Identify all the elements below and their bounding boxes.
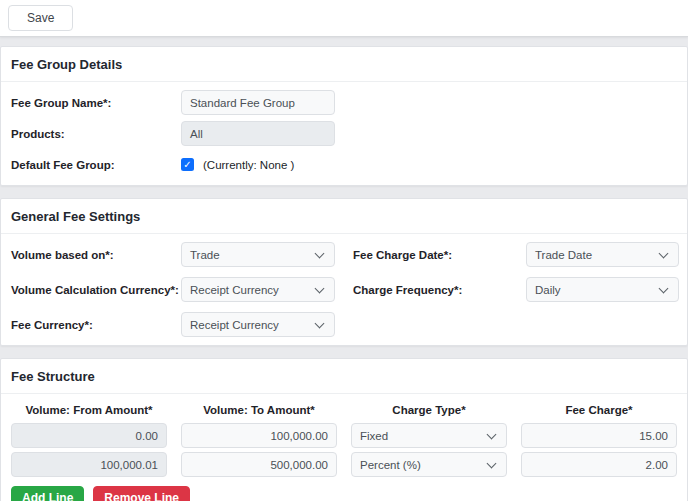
chevron-down-icon	[659, 249, 669, 259]
general-fee-settings-title: General Fee Settings	[1, 199, 687, 234]
charge-type-value-row2: Percent (%)	[360, 459, 421, 471]
from-amount-input-row1: 0.00	[11, 423, 167, 448]
column-header-charge-type: Charge Type*	[351, 402, 507, 419]
chevron-down-icon	[487, 430, 497, 440]
add-line-button[interactable]: Add Line	[11, 486, 84, 501]
charge-frequency-select[interactable]: Daily	[526, 277, 679, 302]
charge-frequency-value: Daily	[535, 284, 561, 296]
default-fee-group-note: (Currently: None )	[203, 159, 294, 171]
fee-group-name-label: Fee Group Name*:	[11, 90, 181, 115]
volume-calc-currency-select[interactable]: Receipt Currency	[181, 277, 335, 302]
chevron-down-icon	[487, 459, 497, 469]
to-amount-input-row2[interactable]: 500,000.00	[181, 452, 337, 477]
charge-type-select-row1[interactable]: Fixed	[351, 423, 507, 448]
fee-charge-input-row2[interactable]: 2.00	[521, 452, 677, 477]
products-label: Products:	[11, 121, 181, 146]
volume-calc-currency-value: Receipt Currency	[190, 284, 279, 296]
column-header-from-amount: Volume: From Amount*	[11, 402, 167, 419]
default-fee-group-checkbox[interactable]: ✓	[181, 158, 194, 171]
save-button[interactable]: Save	[8, 5, 73, 31]
default-fee-group-label: Default Fee Group:	[11, 152, 181, 177]
remove-line-button[interactable]: Remove Line	[93, 486, 190, 501]
fee-currency-label: Fee Currency*:	[11, 312, 181, 337]
fee-group-name-input[interactable]: Standard Fee Group	[181, 90, 335, 115]
chevron-down-icon	[315, 284, 325, 294]
volume-based-on-label: Volume based on*:	[11, 242, 181, 267]
chevron-down-icon	[315, 319, 325, 329]
volume-based-on-value: Trade	[190, 249, 220, 261]
charge-type-select-row2[interactable]: Percent (%)	[351, 452, 507, 477]
charge-frequency-label: Charge Frequency*:	[353, 277, 526, 302]
fee-charge-date-value: Trade Date	[535, 249, 592, 261]
volume-based-on-select[interactable]: Trade	[181, 242, 335, 267]
fee-group-details-card: Fee Group Details Fee Group Name*: Stand…	[0, 46, 688, 186]
fee-charge-date-label: Fee Charge Date*:	[353, 242, 526, 267]
fee-currency-select[interactable]: Receipt Currency	[181, 312, 335, 337]
products-input: All	[181, 121, 335, 146]
general-fee-settings-card: General Fee Settings Volume based on*: T…	[0, 198, 688, 346]
column-header-to-amount: Volume: To Amount*	[181, 402, 337, 419]
to-amount-input-row1[interactable]: 100,000.00	[181, 423, 337, 448]
fee-structure-card: Fee Structure Volume: From Amount* Volum…	[0, 358, 688, 501]
from-amount-input-row2: 100,000.01	[11, 452, 167, 477]
fee-structure-title: Fee Structure	[1, 359, 687, 394]
chevron-down-icon	[315, 249, 325, 259]
volume-calc-currency-label: Volume Calculation Currency*:	[11, 277, 181, 302]
checkmark-icon: ✓	[183, 160, 191, 170]
fee-charge-date-select[interactable]: Trade Date	[526, 242, 679, 267]
toolbar: Save	[0, 0, 688, 37]
charge-type-value-row1: Fixed	[360, 430, 388, 442]
column-header-fee-charge: Fee Charge*	[521, 402, 677, 419]
fee-currency-value: Receipt Currency	[190, 319, 279, 331]
fee-charge-input-row1[interactable]: 15.00	[521, 423, 677, 448]
fee-group-details-title: Fee Group Details	[1, 47, 687, 82]
chevron-down-icon	[659, 284, 669, 294]
